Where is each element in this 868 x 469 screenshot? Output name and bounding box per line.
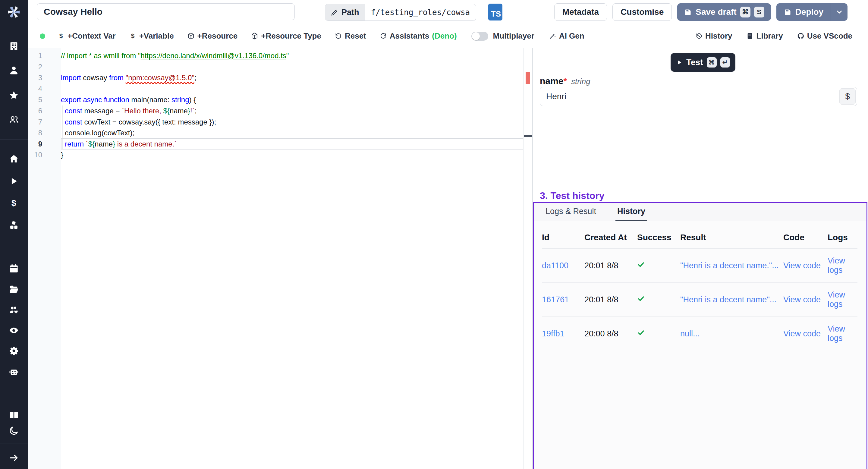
result-link[interactable]: "Henri is a decent name"...: [680, 295, 776, 304]
deploy-label: Deploy: [795, 7, 824, 17]
script-title-input[interactable]: [37, 3, 295, 20]
add-resource-button[interactable]: +Resource: [187, 31, 238, 41]
svg-text:$: $: [59, 32, 63, 39]
sidebar-item-schedules[interactable]: [9, 263, 19, 274]
reset-button[interactable]: Reset: [335, 31, 366, 41]
sidebar-item-groups[interactable]: [9, 115, 19, 125]
sidebar-item-workspace[interactable]: [9, 41, 19, 51]
result-link[interactable]: null...: [680, 329, 700, 338]
sidebar-item-home[interactable]: [9, 154, 19, 164]
line-number: 5: [28, 94, 42, 105]
users-icon: [9, 115, 19, 125]
metadata-button[interactable]: Metadata: [554, 3, 607, 21]
reset-icon: [335, 32, 342, 40]
insert-variable-button[interactable]: $: [839, 88, 856, 104]
library-label: Library: [756, 31, 783, 41]
table-row: da110020:01 8/8"Henri is a decent name."…: [542, 249, 858, 283]
assistants-button[interactable]: Assistants (Deno): [379, 31, 457, 41]
path-button[interactable]: Path: [325, 4, 365, 21]
job-id-link[interactable]: da1100: [542, 261, 568, 270]
sidebar-item-settings[interactable]: [9, 346, 19, 356]
name-argument-input[interactable]: [540, 87, 857, 106]
created-at: 20:01 8/8: [584, 295, 618, 304]
multiplayer-toggle[interactable]: Multiplayer: [471, 31, 534, 41]
created-at: 20:00 8/8: [584, 329, 618, 338]
job-id-link[interactable]: 161761: [542, 295, 569, 304]
sidebar-item-docs[interactable]: [9, 410, 19, 420]
pencil-icon: [331, 8, 338, 16]
table-row: 19ffb120:00 8/8null...View codeView logs: [542, 317, 858, 351]
use-vscode-button[interactable]: Use VScode: [797, 31, 852, 41]
tab-history[interactable]: History: [615, 203, 647, 221]
view-code-link[interactable]: View code: [783, 295, 821, 304]
sidebar-item-runs[interactable]: [9, 176, 19, 186]
topbar: Path f/testing_roles/cowsa TS Metadata C…: [28, 0, 868, 24]
path-group: Path f/testing_roles/cowsa: [325, 4, 476, 21]
customise-button[interactable]: Customise: [613, 3, 672, 21]
code-text: const message = `Hello there, ${name}!`;: [61, 105, 196, 117]
line-number: 8: [28, 127, 42, 139]
table-row: 16176120:01 8/8"Henri is a decent name".…: [542, 283, 858, 317]
sidebar-item-expand[interactable]: [9, 453, 19, 463]
sidebar: $: [0, 0, 28, 469]
sidebar-item-variables[interactable]: $: [9, 198, 19, 208]
windmill-logo-icon[interactable]: [5, 4, 22, 21]
add-context-var-button[interactable]: $+Context Var: [57, 31, 116, 41]
code-line-6: 6 const message = `Hello there, ${name}!…: [28, 105, 524, 117]
s-key-badge: S: [754, 7, 764, 18]
save-icon: [684, 8, 692, 16]
code-line-5: 5export async function main(name: string…: [28, 94, 524, 105]
book-icon: [746, 32, 754, 40]
view-logs-link[interactable]: View logs: [828, 256, 845, 275]
overview-ruler[interactable]: [523, 48, 532, 469]
toggle-switch[interactable]: [471, 32, 488, 41]
cmd-key-badge: ⌘: [707, 57, 717, 67]
multiplayer-label: Multiplayer: [493, 31, 534, 41]
code-text: const cowText = cowsay.say({ text: messa…: [61, 117, 216, 128]
history-button[interactable]: History: [695, 31, 733, 41]
view-code-link[interactable]: View code: [783, 261, 821, 270]
view-code-link[interactable]: View code: [783, 329, 821, 338]
test-button[interactable]: Test ⌘ ↵: [671, 53, 735, 72]
gear-icon: [9, 346, 19, 356]
test-history-panel: Logs & ResultHistory IdCreated AtSuccess…: [533, 202, 867, 469]
tab-logs-result[interactable]: Logs & Result: [544, 203, 598, 221]
package-icon: [187, 32, 195, 40]
deploy-dropdown-button[interactable]: [831, 3, 847, 21]
success-check-icon: [637, 261, 645, 269]
job-id-link[interactable]: 19ffb1: [542, 329, 564, 338]
view-logs-link[interactable]: View logs: [828, 324, 845, 343]
deploy-button[interactable]: Deploy: [776, 3, 831, 21]
add-variable-button[interactable]: $+Variable: [129, 31, 174, 41]
moon-icon: [9, 426, 19, 436]
library-button[interactable]: Library: [746, 31, 783, 41]
tab-bar: Logs & ResultHistory: [534, 203, 867, 221]
test-label: Test: [686, 58, 703, 67]
sidebar-item-dark-mode[interactable]: [9, 426, 19, 436]
sidebar-item-groups-admin[interactable]: [9, 305, 19, 315]
add-resource-type-button[interactable]: +Resource Type: [251, 31, 321, 41]
line-number: 10: [28, 150, 42, 161]
sidebar-item-audit-logs[interactable]: [9, 325, 19, 336]
enter-key-badge: ↵: [720, 57, 730, 67]
result-link[interactable]: "Henri is a decent name."...: [680, 261, 779, 270]
code-line-2: 2: [28, 61, 524, 73]
dollar-icon: $: [57, 32, 65, 40]
column-header-code: Code: [783, 228, 828, 249]
view-logs-link[interactable]: View logs: [828, 290, 845, 309]
sidebar-item-resources[interactable]: [9, 220, 19, 230]
save-draft-button[interactable]: Save draft ⌘ S: [677, 3, 771, 21]
sidebar-item-user[interactable]: [9, 65, 19, 75]
book-open-icon: [9, 410, 19, 420]
code-editor[interactable]: 1// import * as wmill from "https://deno…: [28, 48, 532, 469]
path-value[interactable]: f/testing_roles/cowsa: [365, 4, 476, 21]
sidebar-item-folders[interactable]: [9, 284, 19, 294]
code-text: console.log(cowText);: [61, 127, 134, 139]
sidebar-item-favorites[interactable]: [9, 90, 19, 100]
sidebar-item-workers[interactable]: [9, 367, 19, 377]
code-line-8: 8 console.log(cowText);: [28, 127, 524, 139]
ai-gen-button[interactable]: AI Gen: [549, 31, 584, 41]
deploy-button-group: Deploy: [776, 3, 847, 21]
current-line-marker: [524, 135, 532, 137]
folder-icon: [9, 284, 19, 294]
